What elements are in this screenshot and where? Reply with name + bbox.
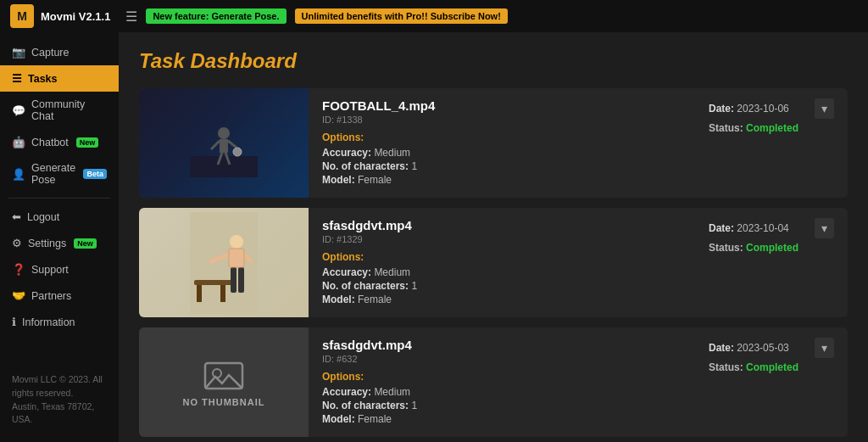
svg-rect-17	[238, 267, 244, 293]
task-model-1: Model: Female	[322, 174, 682, 186]
football-scene-icon	[190, 109, 258, 177]
task-title-2: sfasdgdvt.mp4	[322, 218, 682, 232]
no-thumbnail-label: NO THUMBNAIL	[183, 397, 265, 407]
sidebar-item-label: Partners	[31, 290, 71, 302]
settings-icon: ⚙	[12, 237, 22, 249]
sidebar-item-community[interactable]: 💬 Community Chat	[0, 92, 119, 129]
svg-line-4	[228, 141, 236, 148]
task-card: FOOTBALL_4.mp4 ID: #1338 Options: Accura…	[139, 88, 848, 198]
no-thumbnail-placeholder: NO THUMBNAIL	[139, 327, 309, 437]
page-title: Task Dashboard	[139, 49, 848, 73]
sidebar-item-partners[interactable]: 🤝 Partners	[0, 283, 119, 309]
sidebar: 📷 Capture ☰ Tasks 💬 Community Chat 🤖 Cha…	[0, 32, 119, 442]
logo: M Movmi V2.1.1	[10, 4, 110, 28]
task-options-label-2: Options:	[322, 251, 682, 263]
topbar: M Movmi V2.1.1 ☰ New feature: Generate P…	[0, 0, 868, 32]
partners-icon: 🤝	[12, 289, 25, 302]
task-status-2: Status: Completed	[709, 242, 834, 254]
task-options-label-1: Options:	[322, 131, 682, 143]
sidebar-item-tasks[interactable]: ☰ Tasks	[0, 65, 119, 92]
logo-text: Movmi V2.1.1	[41, 10, 110, 23]
task-thumbnail-2	[139, 208, 309, 317]
svg-rect-11	[220, 285, 225, 302]
task-id-1: ID: #1338	[322, 115, 682, 125]
chatbot-icon: 🤖	[12, 136, 25, 148]
svg-point-12	[230, 235, 243, 249]
svg-rect-2	[220, 139, 228, 153]
task-accuracy-2: Accuracy: Medium	[322, 266, 682, 278]
new-tag: New	[76, 137, 99, 148]
sidebar-item-capture[interactable]: 📷 Capture	[0, 39, 119, 65]
sidebar-item-label: Community Chat	[31, 98, 107, 122]
task-meta-2: Date: 2023-10-04 ▾ Status: Completed	[695, 208, 848, 317]
sidebar-item-label: Capture	[31, 47, 69, 59]
task-date-2: Date: 2023-10-04	[709, 222, 789, 234]
svg-rect-9	[194, 280, 236, 285]
task-card-3: NO THUMBNAIL sfasdgdvt.mp4 ID: #632 Opti…	[139, 327, 848, 437]
task-model-3: Model: Female	[322, 413, 682, 425]
task-info-3: sfasdgdvt.mp4 ID: #632 Options: Accuracy…	[309, 327, 695, 437]
sidebar-item-settings[interactable]: ⚙ Settings New	[0, 230, 119, 256]
task-id-3: ID: #632	[322, 354, 682, 364]
sidebar-divider	[8, 198, 110, 199]
task-menu-button-1[interactable]: ▾	[815, 98, 834, 119]
generate-icon: 👤	[12, 168, 25, 181]
main-content: Task Dashboard	[119, 32, 868, 442]
no-thumbnail-icon	[203, 358, 244, 392]
svg-rect-19	[205, 363, 242, 389]
task-meta-1: Date: 2023-10-06 ▾ Status: Completed	[695, 88, 848, 198]
task-numchars-1: No. of characters: 1	[322, 160, 682, 172]
beta-tag: Beta	[83, 169, 107, 179]
sidebar-item-label: Tasks	[28, 73, 58, 85]
task-status-1: Status: Completed	[709, 122, 834, 134]
sidebar-item-label: Chatbot	[31, 137, 69, 148]
task-accuracy-3: Accuracy: Medium	[322, 386, 682, 398]
sidebar-item-information[interactable]: ℹ Information	[0, 309, 119, 335]
footer-copyright: Movmi LLC © 2023. All rights reserved.	[12, 373, 107, 400]
support-icon: ❓	[12, 263, 25, 276]
logout-icon: ⬅	[12, 210, 21, 223]
svg-line-3	[211, 141, 220, 149]
sidebar-item-label: Logout	[27, 211, 59, 223]
task-id-2: ID: #1329	[322, 234, 682, 244]
task-numchars-2: No. of characters: 1	[322, 280, 682, 292]
football-thumbnail	[139, 88, 309, 198]
task-numchars-3: No. of characters: 1	[322, 400, 682, 411]
sidebar-item-label: Information	[22, 316, 75, 328]
promo-badge[interactable]: Unlimited benefits with Pro!! Subscribe …	[295, 8, 508, 24]
svg-rect-16	[231, 267, 236, 293]
task-title-1: FOOTBALL_4.mp4	[322, 98, 682, 113]
community-icon: 💬	[12, 104, 25, 117]
new-tag-settings: New	[74, 238, 97, 249]
sidebar-item-support[interactable]: ❓ Support	[0, 256, 119, 283]
footer-address: Austin, Texas 78702, USA.	[12, 400, 107, 428]
sidebar-item-chatbot[interactable]: 🤖 Chatbot New	[0, 129, 119, 155]
task-meta-3: Date: 2023-05-03 ▾ Status: Completed	[695, 327, 848, 437]
task-title-3: sfasdgdvt.mp4	[322, 338, 682, 352]
tasks-icon: ☰	[12, 72, 22, 85]
capture-icon: 📷	[12, 46, 25, 59]
task-info-1: FOOTBALL_4.mp4 ID: #1338 Options: Accura…	[309, 88, 695, 198]
svg-point-1	[218, 127, 230, 139]
logo-icon: M	[10, 4, 34, 28]
task-status-3: Status: Completed	[709, 361, 834, 373]
svg-rect-0	[190, 156, 258, 177]
task-date-3: Date: 2023-05-03	[709, 342, 789, 354]
task-accuracy-1: Accuracy: Medium	[322, 147, 682, 159]
hamburger-icon[interactable]: ☰	[125, 8, 137, 25]
sidebar-item-generate[interactable]: 👤 Generate Pose Beta	[0, 155, 119, 193]
person-scene-icon	[190, 212, 258, 314]
sidebar-item-logout[interactable]: ⬅ Logout	[0, 204, 119, 230]
task-menu-button-3[interactable]: ▾	[815, 338, 834, 358]
information-icon: ℹ	[12, 316, 16, 328]
layout: 📷 Capture ☰ Tasks 💬 Community Chat 🤖 Cha…	[0, 32, 868, 442]
task-menu-button-2[interactable]: ▾	[815, 218, 834, 238]
task-options-label-3: Options:	[322, 371, 682, 383]
sidebar-item-label: Generate Pose	[31, 162, 75, 186]
svg-point-20	[213, 369, 221, 378]
person-thumbnail	[139, 208, 309, 317]
task-card-2: sfasdgdvt.mp4 ID: #1329 Options: Accurac…	[139, 208, 848, 317]
task-thumbnail-1	[139, 88, 309, 198]
feature-badge[interactable]: New feature: Generate Pose.	[146, 8, 286, 24]
sidebar-item-label: Settings	[28, 238, 66, 249]
